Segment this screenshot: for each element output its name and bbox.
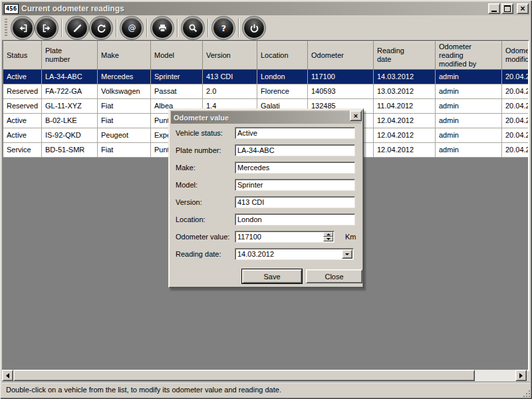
table-cell: Reserved	[3, 99, 42, 114]
toolbar-separator	[61, 19, 63, 37]
column-header[interactable]: Model	[151, 41, 203, 69]
toolbar-button-exit[interactable]	[244, 18, 264, 38]
location-value: London	[237, 215, 262, 223]
toolbar-button-print[interactable]	[152, 18, 172, 38]
odometer-value-label: Odometer value:	[176, 233, 229, 241]
toolbar-button-email[interactable]: @	[122, 18, 142, 38]
toolbar: @?	[2, 17, 530, 39]
table-cell: Reserved	[3, 84, 42, 99]
table-cell: 20.04.2012	[502, 114, 529, 128]
scroll-left-button[interactable]	[2, 370, 13, 381]
chevron-down-icon	[345, 253, 349, 255]
plate-number-value: LA-34-ABC	[237, 146, 275, 154]
table-cell: IS-92-QKD	[42, 128, 98, 143]
toolbar-button-search[interactable]	[183, 18, 203, 38]
vehicle-status-label: Vehicle status:	[176, 129, 223, 137]
table-cell: 2.0	[203, 84, 257, 99]
vehicle-status-field[interactable]: Active	[235, 127, 355, 139]
table-cell: B-02-LKE	[42, 114, 98, 128]
odometer-value-value: 117100	[237, 233, 261, 241]
column-header[interactable]: Reading date	[374, 41, 436, 69]
resize-grip-icon[interactable]	[522, 389, 531, 398]
column-header[interactable]: Location	[257, 41, 308, 69]
table-cell: London	[257, 70, 308, 84]
close-icon: ×	[354, 112, 358, 120]
at-icon: @	[126, 23, 138, 34]
toolbar-buttons: @?	[11, 18, 266, 38]
table-header-row: StatusPlate numberMakeModelVersionLocati…	[3, 41, 529, 70]
column-header[interactable]: Make	[98, 41, 151, 69]
reading-date-field[interactable]: 14.03.2012	[235, 248, 354, 260]
spin-up-button[interactable]	[323, 232, 333, 237]
table-cell: Active	[3, 114, 42, 128]
close-dialog-button[interactable]: Close	[306, 269, 362, 283]
scroll-right-button[interactable]	[515, 370, 527, 381]
odometer-value-field[interactable]: 117100	[235, 231, 334, 243]
toolbar-button-refresh[interactable]	[91, 18, 111, 38]
version-label: Version:	[176, 198, 202, 206]
toolbar-button-back[interactable]	[13, 18, 33, 38]
statusbar-text: Double-click on a vehicle from the list,…	[6, 386, 281, 394]
table-cell: 12.04.2012	[374, 128, 436, 143]
window-title: Current odometer readings	[21, 4, 487, 13]
reading-date-dropdown-button[interactable]	[342, 249, 352, 259]
column-header[interactable]: Odometer modification date	[502, 41, 529, 69]
table-cell: admin	[436, 143, 502, 158]
column-header[interactable]: Plate number	[42, 41, 98, 69]
maximize-button[interactable]	[501, 3, 513, 14]
save-button[interactable]: Save	[242, 269, 302, 283]
toolbar-separator	[146, 19, 148, 37]
make-label: Make:	[176, 164, 196, 172]
table-cell: 12.04.2012	[374, 114, 436, 128]
model-label: Model:	[176, 181, 198, 189]
table-cell: 20.04.2012	[502, 99, 529, 114]
arrow-right-icon	[41, 23, 53, 34]
table-cell: 117100	[308, 70, 374, 84]
horizontal-scrollbar[interactable]	[2, 370, 527, 381]
table-cell: BD-51-SMR	[42, 143, 98, 158]
scrollbar-thumb[interactable]	[13, 370, 475, 381]
close-button[interactable]: ×	[517, 3, 529, 14]
odometer-value-dialog: Odometer value × Vehicle status:ActivePl…	[168, 108, 364, 288]
location-field[interactable]: London	[235, 213, 355, 225]
toolbar-button-edit[interactable]	[67, 18, 87, 38]
minimize-icon	[491, 11, 497, 12]
refresh-icon	[96, 23, 107, 34]
table-row[interactable]: ActiveLA-34-ABCMercedesSprinter413 CDILo…	[3, 70, 529, 84]
table-cell: admin	[436, 128, 502, 143]
column-header[interactable]: Odometer reading modified by	[436, 41, 502, 69]
make-field[interactable]: Mercedes	[235, 162, 355, 174]
triangle-up-icon	[327, 233, 331, 235]
dialog-title: Odometer value	[174, 114, 229, 122]
table-cell: Volkswagen	[98, 84, 151, 99]
toolbar-separator	[116, 19, 117, 37]
table-cell: 413 CDI	[203, 70, 257, 84]
dialog-titlebar: Odometer value	[171, 111, 361, 124]
location-label: Location:	[176, 215, 205, 223]
version-field[interactable]: 413 CDI	[235, 196, 355, 208]
arrow-right-icon	[519, 373, 523, 378]
svg-text:?: ?	[221, 23, 225, 33]
column-header[interactable]: Version	[203, 41, 257, 69]
table-row[interactable]: ReservedFA-722-GAVolkswagenPassat2.0Flor…	[3, 84, 529, 99]
column-header[interactable]: Odometer	[308, 41, 374, 69]
table-cell: LA-34-ABC	[42, 70, 98, 84]
close-icon: ×	[520, 5, 525, 13]
statusbar: Double-click on a vehicle from the list,…	[2, 382, 530, 397]
column-header[interactable]: Status	[3, 41, 42, 69]
maximize-icon	[504, 5, 511, 12]
toolbar-button-help[interactable]: ?	[213, 18, 233, 38]
spin-down-button[interactable]	[323, 237, 333, 241]
model-field[interactable]: Sprinter	[235, 179, 355, 191]
toolbar-button-forward[interactable]	[37, 18, 57, 38]
minimize-button[interactable]	[488, 3, 500, 14]
table-cell: admin	[436, 70, 502, 84]
plate-number-field[interactable]: LA-34-ABC	[235, 144, 355, 156]
triangle-down-icon	[327, 238, 331, 240]
power-icon	[249, 23, 260, 34]
toolbar-grip[interactable]	[5, 19, 7, 37]
dialog-close-button[interactable]: ×	[350, 110, 362, 121]
reading-date-value: 14.03.2012	[237, 250, 274, 258]
table-cell: 11.04.2012	[374, 99, 436, 114]
magnifier-icon	[188, 23, 199, 34]
